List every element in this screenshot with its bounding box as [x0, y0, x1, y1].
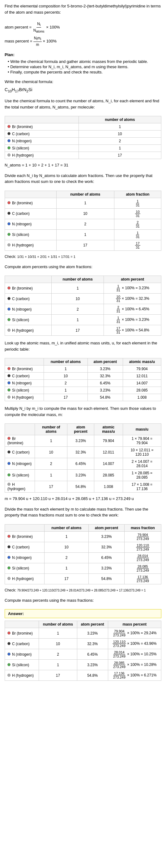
atomic-mass-intro: Look up the atomic mass, m_i, in unified… — [5, 340, 161, 352]
dot-c — [7, 545, 10, 548]
dot-h — [7, 396, 10, 399]
dot-c — [7, 451, 10, 454]
fraction-si: 131 — [135, 231, 140, 239]
table-row: H (hydrogen) 17 1731 × 100% = 54.8% — [5, 325, 161, 336]
table-row: C (carbon) 10 32.3% 120.110273.249 — [5, 542, 161, 552]
dot-n — [7, 462, 10, 465]
table-row: N (nitrogen) 2 6.45% 14.007 2 × 14.007 =… — [5, 458, 161, 470]
mass-percent-intro: Compute mass percents using the mass fra… — [5, 597, 161, 603]
mass-percent-formula: mass percent = Nimim × 100% — [5, 35, 161, 48]
table-row: C (carbon) 10 32.3% 12.011 — [5, 373, 161, 380]
table-row: H (hydrogen) 17 54.8% 1.008 17 × 1.008 =… — [5, 481, 161, 493]
col-atom-percent: atom percent — [89, 524, 125, 531]
table-row: Br (bromine) 1 — [5, 123, 161, 130]
table-row: Si (silicon) 1 131 — [5, 229, 161, 240]
dot-c — [7, 297, 10, 300]
table-row: Si (silicon) 1 3.23% 28.085273.249 — [5, 563, 161, 574]
mass-percent-table: number of atoms atom percent mass percen… — [5, 621, 161, 681]
answer-box: Answer: — [5, 609, 161, 618]
fraction-n: 231 — [135, 220, 140, 228]
dot-si — [7, 473, 10, 476]
dot-n — [7, 139, 10, 142]
dot-br — [7, 367, 10, 370]
atom-percent-formula: atom percent = NiNatoms × 100% — [5, 21, 161, 34]
col-atom-percent: atom percent — [68, 424, 94, 435]
m-calc: m = 79.904 u + 120.110 u + 28.014 u + 28… — [5, 496, 161, 502]
dot-c — [7, 642, 10, 645]
col-atom-fraction: atom fraction — [114, 191, 161, 198]
formula-label: Write the chemical formula: — [5, 79, 161, 85]
formula-section: Write the chemical formula: C10H17BrN2Si — [5, 79, 161, 94]
col-element — [5, 116, 79, 123]
table-row: N (nitrogen) 2 6.45% 14.007 — [5, 380, 161, 387]
table-row: Br (bromine) 1 3.23% 79.904273.249 — [5, 531, 161, 542]
dot-n — [7, 308, 10, 311]
plan-item-1: Write the chemical formula and gather at… — [8, 59, 161, 64]
table-row: C (carbon) 10 32.3% 12.011 10 × 12.011 =… — [5, 447, 161, 458]
table-row: Si (silicon) 1 131 × 100% = 3.23% — [5, 315, 161, 325]
table-row: N (nitrogen) 2 231 — [5, 219, 161, 229]
col-number-atoms: number of atoms — [79, 116, 161, 123]
table-row: N (nitrogen) 2 — [5, 137, 161, 145]
plan-list: Write the chemical formula and gather at… — [8, 59, 161, 74]
dot-c — [7, 212, 10, 215]
col-num-atoms: number of atoms — [35, 424, 68, 435]
col-element — [5, 276, 52, 283]
col-atom-percent: atom percent — [104, 276, 161, 283]
col-atom-percent: atom percent — [87, 359, 123, 366]
atomic-mass-table: number of atoms atom percent atomic mass… — [5, 358, 161, 401]
col-num-atoms: number of atoms — [56, 191, 114, 198]
table-row: Si (silicon) 1 3.23% 28.085 — [5, 387, 161, 394]
dot-n — [7, 222, 10, 225]
intro-text: Find the elemental composition for 5-bro… — [5, 3, 161, 15]
answer-label: Answer: — [8, 611, 24, 616]
counting-table: number of atoms Br (bromine) 1 C (carbon… — [5, 116, 161, 159]
dot-h — [7, 483, 10, 486]
intro-section: Find the elemental composition for 5-bro… — [5, 3, 161, 48]
mass-fraction-table: number of atoms atom percent mass fracti… — [5, 524, 161, 584]
dot-br — [7, 437, 10, 440]
dot-br — [7, 125, 10, 128]
fraction-br: 131 — [135, 199, 140, 207]
table-row: N (nitrogen) 2 231 × 100% = 6.45% — [5, 304, 161, 315]
mass-percent-section: Compute mass percents using the mass fra… — [5, 597, 161, 681]
col-num-atoms: number of atoms — [44, 359, 87, 366]
counting-section: Use the chemical formula to count the nu… — [5, 98, 161, 168]
check-fractions: Check: 1/31 + 10/31 + 2/31 + 1/31 + 17/3… — [5, 254, 161, 259]
dot-si — [7, 233, 10, 236]
atomic-mass-section: Look up the atomic mass, m_i, in unified… — [5, 340, 161, 401]
col-element — [5, 424, 35, 435]
col-element — [5, 359, 44, 366]
check-mass-fractions: Check: 79.904/273.249 + 120.110/273.249 … — [5, 587, 161, 593]
dot-br — [7, 631, 10, 634]
table-row: C (carbon) 10 — [5, 130, 161, 137]
fraction-c: 1031 — [135, 210, 140, 218]
col-mass-fraction: mass fraction — [124, 524, 161, 531]
table-row: H (hydrogen) 17 54.8% 17.136273.249 — [5, 574, 161, 584]
col-num-atoms: number of atoms — [44, 524, 88, 531]
plan-title: Plan: — [5, 52, 161, 58]
dot-br — [7, 286, 10, 289]
dot-si — [7, 318, 10, 321]
dot-h — [7, 577, 10, 580]
dot-c — [7, 132, 10, 135]
atom-percent-section: Compute atom percents using the atom fra… — [5, 264, 161, 336]
table-row: H (hydrogen) 17 — [5, 152, 161, 159]
table-row: Si (silicon) 1 3.23% 28.085273.249 × 100… — [5, 660, 161, 670]
atom-percent-intro: Compute atom percents using the atom fra… — [5, 264, 161, 270]
molecular-mass-table: number of atoms atom percent atomic mass… — [5, 424, 161, 493]
plan-item-2: Determine values for N_i, m_i, N_atoms, … — [8, 64, 161, 69]
table-row: Br (bromine) 1 131 × 100% = 3.23% — [5, 283, 161, 293]
dot-h — [7, 243, 10, 246]
col-num-atoms: number of atoms — [39, 621, 77, 628]
table-row: Br (bromine) 1 3.23% 79.904 — [5, 366, 161, 373]
table-row: Si (silicon) 1 — [5, 145, 161, 152]
molecular-mass-section: Multiply N_i by m_i to compute the mass … — [5, 405, 161, 502]
col-mass-percent: mass percent — [108, 621, 161, 628]
plan-item-3: Finally, compute the percents and check … — [8, 70, 161, 74]
dot-n — [7, 653, 10, 656]
table-row: H (hydrogen) 17 54.8% 17.136273.249 × 10… — [5, 670, 161, 681]
col-atom-percent: atom percent — [77, 621, 108, 628]
col-mass-u: mass/u — [123, 424, 161, 435]
table-row: Si (silicon) 1 3.23% 28.085 1 × 28.085 =… — [5, 470, 161, 481]
